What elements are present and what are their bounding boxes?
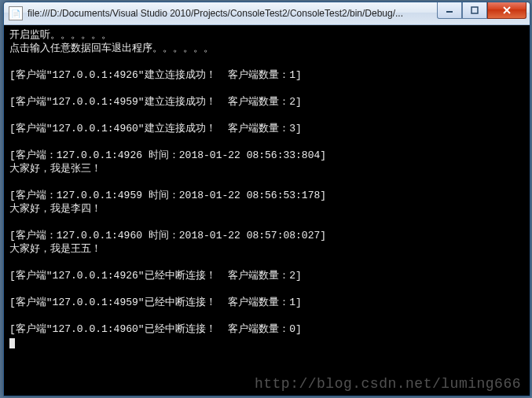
console-window: 📄 file:///D:/Documents/Visual Studio 201… bbox=[3, 2, 530, 396]
app-icon-glyph: 📄 bbox=[11, 9, 20, 18]
text-cursor bbox=[9, 338, 15, 348]
minimize-icon bbox=[446, 6, 453, 14]
svg-rect-1 bbox=[471, 7, 478, 13]
window-buttons bbox=[437, 2, 530, 24]
app-icon: 📄 bbox=[9, 6, 23, 20]
minimize-button[interactable] bbox=[437, 2, 462, 19]
window-title: file:///D:/Documents/Visual Studio 2010/… bbox=[28, 8, 437, 19]
console-text: 开启监听。。。。。。 点击输入任意数据回车退出程序。。。。。。 [客户端"127… bbox=[9, 29, 326, 335]
close-button[interactable] bbox=[487, 2, 526, 19]
maximize-button[interactable] bbox=[462, 2, 487, 19]
titlebar[interactable]: 📄 file:///D:/Documents/Visual Studio 201… bbox=[4, 2, 530, 25]
console-output[interactable]: 开启监听。。。。。。 点击输入任意数据回车退出程序。。。。。。 [客户端"127… bbox=[5, 25, 529, 395]
close-icon bbox=[502, 6, 512, 14]
maximize-icon bbox=[471, 6, 479, 14]
